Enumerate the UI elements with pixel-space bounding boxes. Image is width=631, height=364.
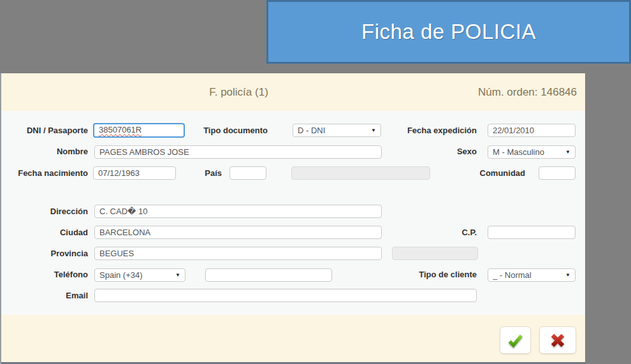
accept-button[interactable] <box>500 326 531 354</box>
sexo-select[interactable]: M - Masculino▼ <box>488 145 576 159</box>
field-label-telefono: Teléfono <box>0 268 88 282</box>
dni-value: 38507061R <box>99 125 141 135</box>
order-number: Núm. orden: 146846 <box>478 73 577 111</box>
window-title: Ficha de POLICIA <box>361 20 536 44</box>
direccion-input[interactable]: C. CAD� 10 <box>94 205 382 218</box>
field-label-tipo-cliente: Tipo de cliente <box>380 268 477 282</box>
field-label-comunidad: Comunidad <box>414 166 525 180</box>
dni-input[interactable]: 38507061R <box>93 123 185 138</box>
sexo-value: M - Masculino <box>493 146 544 158</box>
chevron-down-icon: ▼ <box>175 273 180 278</box>
screen: Ficha de POLICIA F. policía (1) Núm. ord… <box>0 0 631 364</box>
form-header: F. policía (1) Núm. orden: 146846 <box>1 73 585 111</box>
ciudad-input[interactable]: BARCELONA <box>94 226 382 239</box>
form-title: F. policía (1) <box>1 73 476 111</box>
field-label-pais: País <box>159 166 222 180</box>
tipo-documento-value: D - DNI <box>298 124 325 136</box>
pais-name-display <box>291 166 430 180</box>
field-label-dni: DNI / Pasaporte <box>0 124 88 138</box>
check-icon <box>507 331 524 349</box>
tipo-documento-select[interactable]: D - DNI▼ <box>293 124 381 137</box>
form-footer <box>1 315 585 362</box>
fecha-expedicion-input[interactable]: 22/01/2010 <box>488 124 576 137</box>
comunidad-input[interactable] <box>539 166 576 180</box>
field-label-tipo-documento: Tipo documento <box>180 124 268 138</box>
field-label-direccion: Dirección <box>0 205 88 219</box>
field-label-email: Email <box>0 289 88 303</box>
tipo-cliente-value: _ - Normal <box>493 269 532 281</box>
chevron-down-icon: ▼ <box>371 128 376 133</box>
telefono-prefix-select[interactable]: Spain (+34)▼ <box>94 268 185 282</box>
field-label-nombre: Nombre <box>0 145 88 159</box>
police-form-panel: F. policía (1) Núm. orden: 146846 <box>0 73 585 364</box>
field-label-fecha-expedicion: Fecha expedición <box>380 124 477 138</box>
window-title-banner: Ficha de POLICIA <box>266 0 631 64</box>
cp-input[interactable] <box>488 226 576 239</box>
telefono-input[interactable] <box>205 268 332 282</box>
telefono-prefix-value: Spain (+34) <box>99 269 143 281</box>
chevron-down-icon: ▼ <box>565 273 570 278</box>
field-label-fecha-nacimiento: Fecha nacimiento <box>0 166 88 180</box>
pais-code-input[interactable] <box>229 166 266 180</box>
provincia-display <box>392 247 478 260</box>
tipo-cliente-select[interactable]: _ - Normal▼ <box>488 268 576 282</box>
email-input[interactable] <box>94 289 477 302</box>
nombre-input[interactable]: PAGES AMBROS JOSE <box>94 145 382 159</box>
x-icon <box>549 331 567 349</box>
provincia-input[interactable]: BEGUES <box>94 247 382 260</box>
chevron-down-icon: ▼ <box>565 150 570 155</box>
field-label-sexo: Sexo <box>380 145 477 159</box>
cancel-button[interactable] <box>539 326 576 354</box>
field-label-provincia: Provincia <box>0 247 88 261</box>
field-label-ciudad: Ciudad <box>0 226 88 240</box>
field-label-cp: C.P. <box>380 226 477 240</box>
